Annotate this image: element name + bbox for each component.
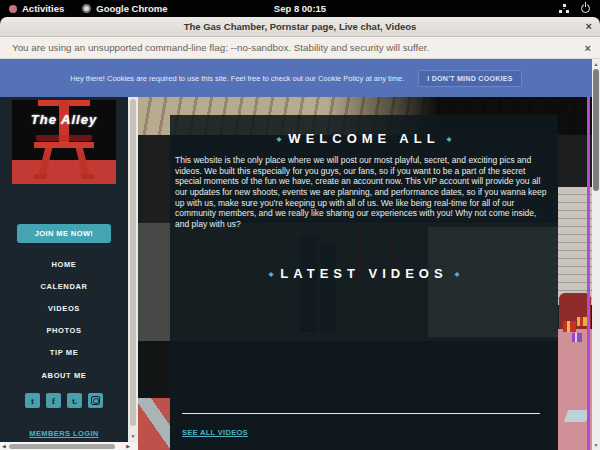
sidebar-item-calendar[interactable]: CALENDAR <box>0 275 128 297</box>
sidebar-item-home[interactable]: HOME <box>0 253 128 275</box>
latest-videos-heading-text: LATEST VIDEOS <box>280 266 447 281</box>
activities-button[interactable]: Activities <box>0 0 73 17</box>
gift-icon <box>572 333 582 342</box>
browser-scrollbar[interactable]: ▲ ▼ <box>592 59 600 450</box>
tumblr-icon[interactable]: t. <box>67 393 82 408</box>
activities-label: Activities <box>22 3 64 14</box>
network-icon[interactable] <box>559 4 569 13</box>
latest-videos-heading: ◆LATEST VIDEOS◆ <box>170 266 558 281</box>
accept-cookies-button[interactable]: I DON'T MIND COOKIES <box>418 70 521 87</box>
sidebar-vertical-scrollbar[interactable]: ▼ <box>128 97 138 442</box>
infobar-message: You are using an unsupported command-lin… <box>12 42 429 53</box>
welcome-paragraph: This website is the only place where we … <box>175 155 552 229</box>
scroll-right-icon[interactable]: ▶ <box>126 442 130 450</box>
app-menu-label: Google Chrome <box>96 3 167 14</box>
diamond-icon: ◆ <box>448 271 467 277</box>
scroll-left-icon[interactable]: ◀ <box>2 442 6 450</box>
diamond-icon: ◆ <box>262 271 281 277</box>
photo-left-floor <box>138 398 170 450</box>
sidebar-menu: HOME CALENDAR VIDEOS PHOTOS TIP ME ABOUT… <box>0 253 128 386</box>
facebook-icon[interactable]: f <box>46 393 61 408</box>
logo-frame-crossbar <box>34 142 94 148</box>
welcome-heading-text: WELCOME ALL <box>288 131 439 146</box>
sidebar-item-about-me[interactable]: ABOUT ME <box>0 364 128 386</box>
twitter-icon[interactable]: t <box>25 393 40 408</box>
system-tray <box>559 4 600 13</box>
sidebar-vscroll-thumb[interactable] <box>130 99 136 426</box>
social-links: t f t. <box>0 393 128 408</box>
join-me-now-button[interactable]: JOIN ME NOW! <box>17 224 111 243</box>
instagram-icon[interactable] <box>88 393 103 408</box>
power-icon[interactable] <box>581 4 590 13</box>
window-titlebar[interactable]: The Gas Chamber, Pornstar page, Live cha… <box>0 17 600 37</box>
sidebar-content: The Alley JOIN ME NOW! HOME CALENDAR VID… <box>0 97 128 442</box>
logo-subtitle-mark <box>12 127 116 135</box>
gift-icon <box>563 321 576 332</box>
page-edge-line <box>587 97 590 450</box>
browser-viewport: Hey there! Cookies are required to use t… <box>0 59 600 450</box>
sidebar: The Alley JOIN ME NOW! HOME CALENDAR VID… <box>0 97 138 450</box>
logo-frame-foot <box>81 174 94 179</box>
sidebar-horizontal-scrollbar[interactable]: ◀ ▶ <box>0 442 138 450</box>
instagram-camera-glyph <box>91 396 100 405</box>
diamond-icon: ◆ <box>440 136 459 142</box>
members-login-link[interactable]: MEMBERS LOGIN <box>0 429 128 438</box>
welcome-heading: ◆WELCOME ALL◆ <box>170 131 558 146</box>
logo-title-text: The Alley <box>12 112 116 127</box>
browser-scroll-thumb[interactable] <box>593 69 599 191</box>
window-close-icon[interactable]: × <box>586 20 592 32</box>
sidebar-hscroll-thumb[interactable] <box>9 444 115 449</box>
scroll-down-icon[interactable]: ▼ <box>128 433 138 439</box>
cookie-message: Hey there! Cookies are required to use t… <box>70 74 404 83</box>
gnome-top-bar: Activities Google Chrome Sep 8 00:15 <box>0 0 600 17</box>
sidebar-item-photos[interactable]: PHOTOS <box>0 320 128 342</box>
cookie-banner: Hey there! Cookies are required to use t… <box>0 59 592 97</box>
infobar-close-icon[interactable]: × <box>585 42 591 54</box>
section-divider <box>182 413 540 414</box>
scroll-down-icon[interactable]: ▼ <box>592 442 600 448</box>
desktop-screen: Activities Google Chrome Sep 8 00:15 The… <box>0 0 600 450</box>
unsupported-flag-infobar: You are using an unsupported command-lin… <box>0 37 600 59</box>
logo-red-floor <box>12 160 116 184</box>
app-menu-google-chrome[interactable]: Google Chrome <box>73 0 176 17</box>
scroll-up-icon[interactable]: ▲ <box>592 61 600 67</box>
chrome-icon <box>82 4 91 13</box>
logo-frame-foot <box>34 174 47 179</box>
activities-icon <box>9 5 17 13</box>
window-title: The Gas Chamber, Pornstar page, Live cha… <box>184 21 417 32</box>
webpage: ◆WELCOME ALL◆ This website is the only p… <box>0 97 592 450</box>
sidebar-item-videos[interactable]: VIDEOS <box>0 297 128 319</box>
sidebar-item-tip-me[interactable]: TIP ME <box>0 342 128 364</box>
diamond-icon: ◆ <box>270 136 289 142</box>
main-content-panel: ◆WELCOME ALL◆ This website is the only p… <box>170 115 558 450</box>
site-logo[interactable]: The Alley <box>12 100 116 184</box>
see-all-videos-link[interactable]: SEE ALL VIDEOS <box>182 428 248 437</box>
